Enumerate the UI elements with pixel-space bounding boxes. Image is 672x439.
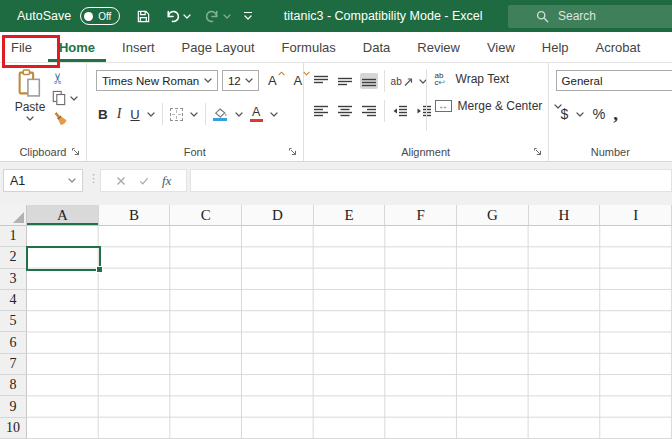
separator: [162, 103, 163, 125]
tab-formulas[interactable]: Formulas: [271, 32, 347, 62]
row-header-6[interactable]: 6: [0, 332, 27, 353]
number-format-combobox[interactable]: General: [556, 70, 672, 91]
merge-center-button[interactable]: ↔ Merge & Center: [435, 99, 563, 113]
top-align-button[interactable]: [312, 73, 330, 89]
row-header-9[interactable]: 9: [0, 396, 27, 417]
fill-handle[interactable]: [96, 266, 103, 273]
row-header-3[interactable]: 3: [0, 269, 27, 290]
row-header-4[interactable]: 4: [0, 290, 27, 311]
separator: [384, 70, 385, 92]
comma-style-button[interactable]: ,: [613, 103, 618, 125]
tab-page-layout[interactable]: Page Layout: [171, 32, 266, 62]
column-headers: A B C D E F G H I: [0, 205, 672, 226]
undo-dropdown-icon[interactable]: [183, 14, 191, 19]
merge-center-icon: ↔: [435, 100, 452, 112]
column-header-h[interactable]: H: [529, 205, 601, 226]
alignment-group: ab: [304, 63, 549, 161]
underline-dropdown-icon[interactable]: [147, 112, 155, 117]
tab-insert[interactable]: Insert: [111, 32, 166, 62]
paste-icon: [17, 69, 43, 98]
tab-data[interactable]: Data: [352, 32, 401, 62]
decrease-indent-button[interactable]: [391, 103, 409, 119]
column-header-i[interactable]: I: [600, 205, 672, 226]
format-painter-icon[interactable]: [52, 111, 69, 127]
undo-button[interactable]: [165, 9, 191, 24]
column-header-c[interactable]: C: [170, 205, 242, 226]
decrease-font-size-button[interactable]: A: [294, 73, 303, 88]
orientation-button[interactable]: ab: [391, 76, 413, 87]
ribbon: Paste ✂: [0, 63, 672, 162]
column-header-a[interactable]: A: [27, 205, 99, 226]
separator: [205, 103, 206, 125]
row-header-10[interactable]: 10: [0, 418, 27, 439]
redo-button: [205, 9, 231, 24]
bottom-align-button[interactable]: [360, 73, 378, 89]
autosave-toggle[interactable]: Off: [80, 7, 120, 25]
row-header-8[interactable]: 8: [0, 375, 27, 396]
search-placeholder: Search: [558, 9, 596, 23]
align-left-button[interactable]: [312, 103, 330, 119]
center-align-button[interactable]: [336, 103, 354, 119]
middle-align-button[interactable]: [336, 73, 354, 89]
font-name-combobox[interactable]: Times New Roman: [96, 70, 218, 91]
customize-quick-access-toolbar-button[interactable]: [244, 12, 252, 21]
fill-bucket-icon: [213, 108, 228, 118]
save-button[interactable]: [136, 9, 151, 24]
excel-window: AutoSave Off: [0, 0, 672, 439]
clipboard-group: Paste ✂: [0, 63, 87, 161]
select-all-triangle-icon: [13, 212, 24, 223]
copy-button[interactable]: [52, 90, 78, 106]
column-header-b[interactable]: B: [99, 205, 171, 226]
tab-view[interactable]: View: [476, 32, 526, 62]
name-box[interactable]: A1: [3, 169, 83, 192]
tab-acrobat[interactable]: Acrobat: [585, 32, 652, 62]
wrap-text-button[interactable]: ab c↩ Wrap Text: [435, 72, 563, 86]
alignment-dialog-launcher[interactable]: [533, 147, 543, 157]
column-header-f[interactable]: F: [385, 205, 457, 226]
qat-bar-icon: [244, 12, 252, 14]
accounting-format-button[interactable]: $: [561, 106, 569, 122]
search-box[interactable]: Search: [508, 5, 672, 28]
tab-review[interactable]: Review: [406, 32, 471, 62]
percent-style-button[interactable]: %: [592, 106, 605, 122]
formula-bar-resizer[interactable]: ⋮: [88, 172, 99, 185]
cells-area[interactable]: [27, 226, 672, 439]
number-group: General $ % , Number: [549, 63, 672, 161]
increase-font-size-button[interactable]: A: [268, 73, 277, 88]
clipboard-group-label: Clipboard: [19, 146, 66, 158]
font-size-combobox[interactable]: 12: [222, 70, 259, 91]
fill-color-dropdown-icon[interactable]: [235, 112, 243, 117]
row-header-2[interactable]: 2: [0, 247, 27, 268]
insert-function-button[interactable]: fx: [162, 173, 171, 189]
clipboard-dialog-launcher[interactable]: [71, 147, 81, 157]
underline-button[interactable]: U: [130, 107, 139, 122]
font-dialog-launcher[interactable]: [288, 147, 298, 157]
bold-button[interactable]: B: [98, 107, 108, 122]
accounting-dropdown-icon[interactable]: [576, 112, 584, 117]
italic-button[interactable]: I: [115, 106, 124, 122]
font-color-button[interactable]: A: [250, 107, 263, 122]
search-icon: [536, 10, 549, 23]
autosave-label: AutoSave: [17, 9, 71, 23]
borders-dropdown-icon[interactable]: [190, 112, 198, 117]
formula-bar: A1 ⋮ fx: [0, 162, 672, 205]
column-header-g[interactable]: G: [457, 205, 529, 226]
tab-help[interactable]: Help: [531, 32, 580, 62]
toggle-knob: [84, 12, 93, 21]
select-all-corner[interactable]: [0, 205, 27, 226]
increase-indent-button[interactable]: [415, 103, 433, 119]
row-header-1[interactable]: 1: [0, 226, 27, 247]
row-header-5[interactable]: 5: [0, 311, 27, 332]
cut-button[interactable]: ✂: [51, 72, 65, 85]
column-header-d[interactable]: D: [242, 205, 314, 226]
column-header-e[interactable]: E: [314, 205, 386, 226]
merge-center-label: Merge & Center: [458, 99, 543, 113]
formula-input[interactable]: [190, 169, 672, 192]
font-color-dropdown-icon[interactable]: [270, 112, 278, 117]
borders-button[interactable]: [170, 108, 183, 121]
fill-color-button[interactable]: [213, 108, 228, 121]
paste-button[interactable]: Paste: [8, 69, 52, 121]
row-header-7[interactable]: 7: [0, 354, 27, 375]
align-right-button[interactable]: [360, 103, 378, 119]
grow-caret-icon: [278, 71, 285, 76]
